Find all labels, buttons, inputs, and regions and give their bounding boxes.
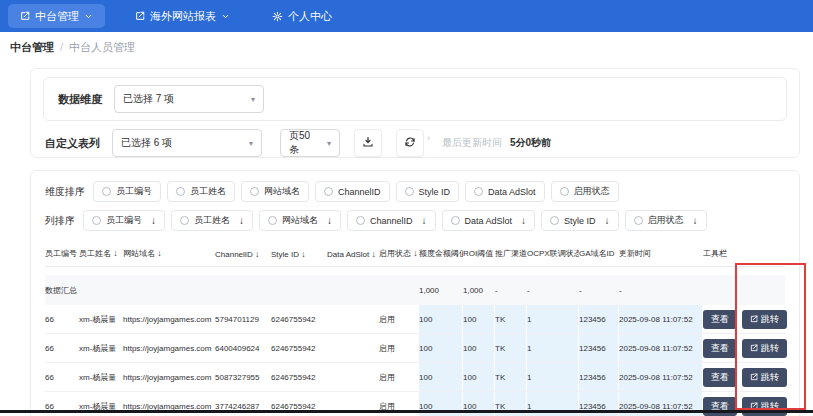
- summary-promo-channel: -: [495, 275, 527, 305]
- cell-update-time: 2025-09-08 11:07:52: [619, 305, 703, 333]
- cell-roi-threshold: 100: [463, 363, 495, 391]
- external-link-icon: [750, 402, 758, 410]
- custom-columns-row: 自定义表列 已选择 6 项 ▾ 页50条 ▾ › 最后更新时间 5分0秒: [43, 129, 787, 157]
- jump-button-label: 跳转: [761, 313, 779, 326]
- column-header[interactable]: 员工编号 ↓: [45, 248, 79, 259]
- column-header-label: GA域名ID: [579, 249, 615, 258]
- radio-icon: [634, 216, 643, 225]
- column-header[interactable]: ChannelID ↓: [215, 249, 271, 259]
- table-header-row: 员工编号 ↓ 员工姓名 ↓ 网站域名 ↓ ChannelID ↓: [45, 241, 785, 267]
- cell-ga-domain-id: 123456: [579, 305, 619, 333]
- nav-item-middle-platform[interactable]: 中台管理: [8, 4, 105, 28]
- dimension-sort-chips: 员工编号 员工姓名 网站域名 ChannelID: [93, 181, 619, 202]
- sort-chip[interactable]: 员工姓名 ↓: [171, 210, 253, 231]
- sort-chip[interactable]: Style ID: [396, 181, 460, 202]
- radio-icon: [180, 216, 189, 225]
- jump-button[interactable]: 跳转: [742, 310, 787, 329]
- cell-style-id: 6246755942: [271, 363, 327, 391]
- cell-toolbar: 查看 跳转: [703, 305, 790, 333]
- column-header-label: 网站域名: [123, 249, 155, 258]
- summary-roi-threshold: 1,000: [463, 275, 495, 305]
- gear-icon: [272, 11, 283, 22]
- sort-chip[interactable]: 启用状态 ↓: [625, 210, 707, 231]
- sort-chip-label: 启用状态: [574, 185, 610, 198]
- sort-desc-icon: ↓: [605, 215, 610, 226]
- sort-chip-label: 员工编号: [116, 185, 152, 198]
- nav-item-label: 海外网站报表: [150, 9, 216, 24]
- jump-button[interactable]: 跳转: [742, 368, 787, 387]
- column-header[interactable]: OCPX联调状态: [527, 248, 579, 259]
- column-header[interactable]: Data AdSlot ↓: [327, 249, 379, 259]
- data-dimension-box: 数据维度 已选择 7 项 ▾: [43, 77, 787, 121]
- sort-chip[interactable]: ChannelID: [315, 181, 390, 202]
- breadcrumb-section[interactable]: 中台管理: [10, 40, 54, 55]
- nav-item-personal-center[interactable]: 个人中心: [260, 4, 344, 28]
- sort-chip[interactable]: 启用状态: [551, 181, 619, 202]
- cell-data-adslot: [327, 334, 379, 362]
- chevron-down-icon: [84, 12, 93, 21]
- view-button[interactable]: 查看: [703, 368, 737, 387]
- column-header[interactable]: 网站域名 ↓: [123, 248, 215, 259]
- column-header[interactable]: 员工姓名 ↓: [79, 248, 123, 259]
- chevron-down-icon: [221, 12, 230, 21]
- cell-data-adslot: [327, 363, 379, 391]
- column-header[interactable]: 工具栏: [703, 248, 785, 259]
- radio-icon: [550, 216, 559, 225]
- sort-chip[interactable]: 网站域名 ↓: [259, 210, 341, 231]
- sort-desc-icon: ↓: [301, 249, 306, 259]
- sort-chip-label: ChannelID: [370, 216, 413, 226]
- column-header[interactable]: 推广渠道: [495, 248, 527, 259]
- sort-chip[interactable]: Data AdSlot: [465, 181, 545, 202]
- jump-icon: [20, 11, 30, 21]
- view-button[interactable]: 查看: [703, 310, 737, 329]
- column-header-label: 启用状态: [379, 249, 411, 258]
- custom-columns-select[interactable]: 已选择 6 项 ▾: [112, 129, 262, 157]
- radio-icon: [268, 216, 277, 225]
- column-sort-chips: 员工编号 ↓ 员工姓名 ↓ 网站域名 ↓: [83, 210, 707, 231]
- summary-row: 数据汇总 1,000 1,000 - - - -: [45, 275, 785, 305]
- select-caret-icon: ▾: [251, 95, 255, 104]
- sort-chip[interactable]: Style ID ↓: [541, 210, 619, 231]
- column-header[interactable]: Style ID ↓: [271, 249, 327, 259]
- radio-icon: [356, 216, 365, 225]
- sort-chip[interactable]: 网站域名: [241, 181, 309, 202]
- column-sort-label: 列排序: [45, 214, 75, 228]
- sort-chip[interactable]: 员工编号 ↓: [83, 210, 165, 231]
- sort-chip[interactable]: 员工姓名: [167, 181, 235, 202]
- column-header-label: 员工姓名: [79, 249, 111, 258]
- view-button[interactable]: 查看: [703, 339, 737, 358]
- nav-item-overseas-report[interactable]: 海外网站报表: [123, 4, 242, 28]
- data-dimension-select[interactable]: 已选择 7 项 ▾: [114, 85, 264, 113]
- column-header[interactable]: ROI阈值: [463, 248, 495, 259]
- cell-emp-id: 66: [45, 334, 79, 362]
- cell-toolbar: 查看 跳转: [703, 363, 790, 391]
- column-header[interactable]: 额度金额阈值: [419, 248, 463, 259]
- column-header[interactable]: 更新时间: [619, 248, 703, 259]
- sort-chip[interactable]: Data AdSlot ↓: [442, 210, 536, 231]
- column-header-label: 额度金额阈值: [419, 249, 463, 258]
- cell-ocpx-status: 1: [527, 334, 579, 362]
- jump-button[interactable]: 跳转: [742, 339, 787, 358]
- dimension-sort-label: 维度排序: [45, 185, 85, 199]
- filters-card: 数据维度 已选择 7 项 ▾ 自定义表列 已选择 6 项 ▾ 页50条 ▾: [30, 68, 800, 158]
- column-header[interactable]: GA域名ID: [579, 248, 619, 259]
- cell-quota-threshold: 100: [419, 363, 463, 391]
- last-update-value: 5分0秒前: [510, 136, 551, 150]
- cell-domain: https://joyjamgames.com: [123, 334, 215, 362]
- data-dimension-select-value: 已选择 7 项: [123, 92, 174, 106]
- cell-channel-id: 6400409624: [215, 334, 271, 362]
- cell-ga-domain-id: 123456: [579, 363, 619, 391]
- column-header-label: 推广渠道: [495, 249, 527, 258]
- refresh-button[interactable]: [396, 129, 424, 157]
- column-header[interactable]: 启用状态 ↓: [379, 248, 419, 259]
- download-button[interactable]: [354, 129, 382, 157]
- radio-icon: [324, 187, 333, 196]
- view-button-label: 查看: [711, 342, 729, 355]
- sort-chip[interactable]: 员工编号: [93, 181, 161, 202]
- cell-ga-domain-id: 123456: [579, 334, 619, 362]
- download-icon: [362, 136, 374, 151]
- summary-toolbar-empty: [703, 275, 785, 305]
- sort-chip[interactable]: ChannelID ↓: [347, 210, 436, 231]
- page-size-select[interactable]: 页50条 ▾: [280, 129, 340, 157]
- sort-chip-label: 员工编号: [106, 214, 142, 227]
